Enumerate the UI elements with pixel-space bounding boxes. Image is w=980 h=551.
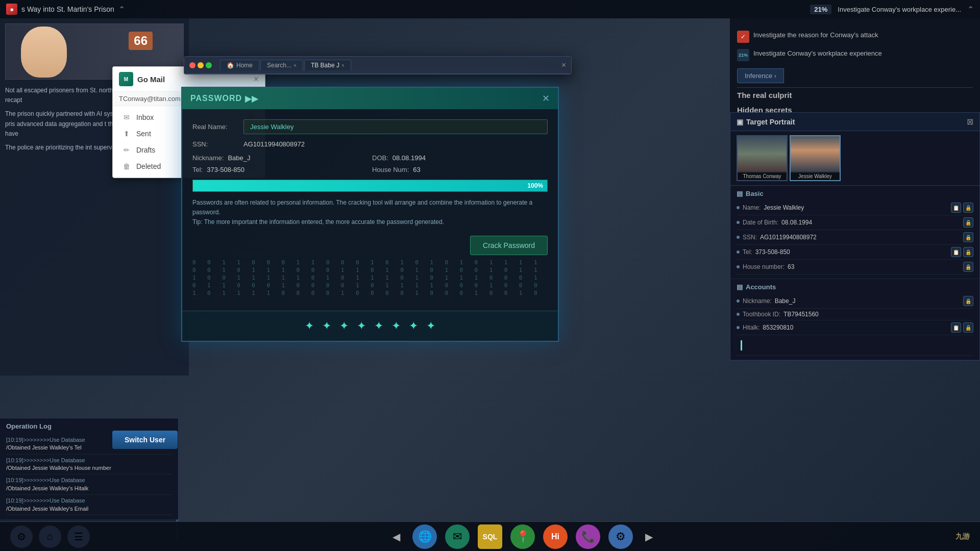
taskbar-globe-app[interactable]: 🌐 xyxy=(412,524,437,549)
taskbar-prev-btn[interactable]: ◀ xyxy=(388,531,404,543)
log-3-result: /Obtained Jessie Walkley's Hitalk xyxy=(6,485,88,491)
dob-label: Date of Birth: 08.08.1994 xyxy=(737,219,812,226)
tb-tab-label: TB Babe J xyxy=(311,62,339,69)
tel-lock-btn[interactable]: 🔒 xyxy=(963,247,973,257)
log-4-action: [10:19]>>>>>>>>Use Database xyxy=(6,497,85,504)
maximize-dot[interactable] xyxy=(206,62,212,68)
num-badge: 66 xyxy=(129,32,153,50)
system-home-icon[interactable]: ⌂ xyxy=(39,525,61,548)
task-item-2[interactable]: 21% Investigate Conway's workplace exper… xyxy=(737,46,973,64)
taskbar-left: ⚙ ⌂ ☰ xyxy=(10,525,90,548)
task-item-1[interactable]: ✓ Investigate the reason for Conway's at… xyxy=(737,28,973,46)
binary-cell: 1 xyxy=(237,290,251,296)
log-1-action: [10:19]>>>>>>>>Use Database xyxy=(6,437,85,443)
taskbar-mail-app[interactable]: ✉ xyxy=(445,524,470,549)
browser-window: 🏠 Home Search... × TB Babe J × × xyxy=(184,56,572,74)
binary-cell: 0 xyxy=(519,282,533,289)
minimize-dot[interactable] xyxy=(198,62,204,68)
deleted-icon: 🗑 xyxy=(122,162,131,170)
portrait-icon: ▣ xyxy=(737,118,743,126)
binary-cell: 1 xyxy=(489,267,503,273)
binary-cell: 1 xyxy=(252,290,265,296)
browser-tab-tb[interactable]: TB Babe J × xyxy=(304,60,351,70)
binary-cell: 0 xyxy=(326,282,340,289)
binary-cell: 1 xyxy=(341,267,355,273)
portrait-thomas[interactable]: Thomas Conway xyxy=(737,135,788,181)
input-row xyxy=(737,335,973,356)
info-text: Passwords are often related to personal … xyxy=(192,198,548,228)
portrait-title: ▣ Target Portrait xyxy=(737,118,795,126)
operation-log-title: Operation Log xyxy=(6,422,172,430)
name-row: Name: Jessie Walkley 📋 🔒 xyxy=(737,201,973,215)
inference-button[interactable]: Inference › xyxy=(737,68,784,83)
binary-cell: 0 xyxy=(504,267,518,273)
binary-cell: 1 xyxy=(430,282,444,289)
browser-tabs: 🏠 Home Search... × TB Babe J × xyxy=(220,60,558,70)
taskbar-database-app[interactable]: SQL xyxy=(478,524,502,549)
binary-cell: 1 xyxy=(534,274,548,281)
binary-cell: 0 xyxy=(475,267,488,273)
binary-cell: 0 xyxy=(297,290,310,296)
tb-tab-close[interactable]: × xyxy=(341,63,345,68)
taskbar-phone-app[interactable]: 📞 xyxy=(576,524,600,549)
tel-copy-btn[interactable]: 📋 xyxy=(951,247,961,257)
house-label: House number: 63 xyxy=(737,263,794,270)
task-label-2: Investigate Conway's workplace experienc… xyxy=(753,49,882,58)
accounts-section: ▤ Accounts Nickname: Babe_J 🔒 Toothbook … xyxy=(730,279,979,360)
browser-tab-home[interactable]: 🏠 Home xyxy=(220,60,259,70)
search-tab-close[interactable]: × xyxy=(293,63,297,68)
crack-password-button[interactable]: Crack Password xyxy=(470,236,548,255)
hitalk-copy-btn[interactable]: 📋 xyxy=(951,322,961,333)
binary-cell: 0 xyxy=(311,274,325,281)
star-5: ✦ xyxy=(374,319,383,333)
binary-cell: 1 xyxy=(311,259,325,266)
binary-cell: 0 xyxy=(207,267,221,273)
name-copy-btn[interactable]: 📋 xyxy=(951,203,961,213)
top-bar-collapse[interactable]: ⌃ xyxy=(967,5,974,14)
ssn-row: SSN: AG10119940808972 🔒 xyxy=(737,230,973,245)
nickname-lock-btn[interactable]: 🔒 xyxy=(963,296,973,306)
real-name-value: Jessie Walkley xyxy=(250,123,293,131)
task-check-2: 21% xyxy=(737,49,749,61)
binary-cell: 0 xyxy=(475,282,488,289)
browser-tab-search[interactable]: Search... × xyxy=(260,60,303,70)
taskbar-location-app[interactable]: 📍 xyxy=(510,524,535,549)
binary-cell: 1 xyxy=(266,290,280,296)
switch-user-button[interactable]: Switch User xyxy=(112,431,178,449)
top-bar-left: ■ s Way into St. Martin's Prison ⌃ xyxy=(6,4,125,15)
binary-cell: 1 xyxy=(445,267,458,273)
browser-window-close[interactable]: × xyxy=(561,61,566,70)
system-menu-icon[interactable]: ☰ xyxy=(67,525,90,548)
name-lock-btn[interactable]: 🔒 xyxy=(963,203,973,213)
current-task-preview: Investigate Conway's workplace experie..… xyxy=(838,6,961,13)
toothbook-row: Toothbook ID: TB79451560 xyxy=(737,309,973,320)
taskbar-apps: ◀ 🌐 ✉ SQL 📍 Hi 📞 ⚙ ▶ xyxy=(388,524,657,549)
basic-title: ▤ Basic xyxy=(737,190,973,197)
binary-cell: 1 xyxy=(475,274,488,281)
hitalk-lock-btn[interactable]: 🔒 xyxy=(963,322,973,333)
binary-cell: 0 xyxy=(207,274,221,281)
portrait-close-icon[interactable]: ⊠ xyxy=(967,117,973,127)
binary-cell: 1 xyxy=(192,274,206,281)
taskbar-next-btn[interactable]: ▶ xyxy=(641,531,657,543)
binary-cell: 0 xyxy=(207,290,221,296)
close-dot[interactable] xyxy=(189,62,195,68)
portrait-jessie[interactable]: Jessie Walkley xyxy=(790,135,841,181)
home-tab-label: Home xyxy=(236,62,253,69)
binary-cell: 1 xyxy=(430,259,444,266)
binary-cell: 0 xyxy=(326,290,340,296)
taskbar-hi-app[interactable]: Hi xyxy=(543,524,568,549)
binary-cell: 0 xyxy=(534,290,548,296)
ssn-lock-btn[interactable]: 🔒 xyxy=(963,232,973,242)
mail-close-button[interactable]: × xyxy=(253,74,259,85)
system-settings-icon[interactable]: ⚙ xyxy=(10,525,33,548)
progress-percentage: 21% xyxy=(810,5,831,14)
taskbar-settings-app[interactable]: ⚙ xyxy=(608,524,633,549)
dob-lock-btn[interactable]: 🔒 xyxy=(963,217,973,228)
binary-cell: 0 xyxy=(222,274,236,281)
real-name-field[interactable]: Jessie Walkley xyxy=(243,119,548,134)
log-4-result: /Obtained Jessie Walkley's Email xyxy=(6,506,88,512)
thomas-name: Thomas Conway xyxy=(738,172,787,180)
password-modal-close-btn[interactable]: ✕ xyxy=(542,93,550,104)
house-lock-btn[interactable]: 🔒 xyxy=(963,262,973,272)
